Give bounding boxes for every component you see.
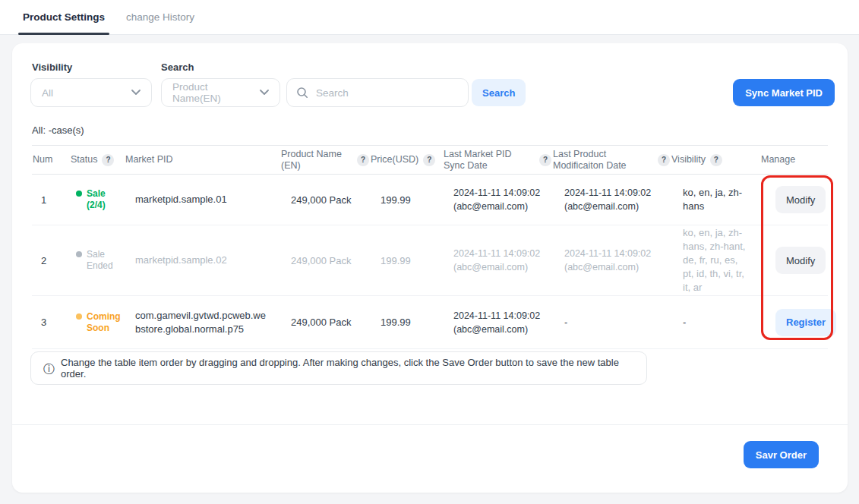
market-pid-cell: marketpid.sample.01 bbox=[125, 175, 280, 225]
visibility-cell: ko, en, ja, zh-hans bbox=[671, 175, 760, 225]
visibility-filter-label: Visibility bbox=[32, 61, 72, 73]
price-cell: 199.99 bbox=[370, 225, 443, 296]
register-button[interactable]: Register bbox=[775, 309, 836, 336]
column-label: Last Product Modificaiton Date bbox=[553, 149, 653, 172]
column-label: Last Market PID Sync Date bbox=[444, 149, 535, 172]
help-icon[interactable]: ? bbox=[658, 154, 670, 166]
table-row[interactable]: 3Coming Sooncom.gamevil.gvtwd.pcweb.webs… bbox=[32, 296, 828, 349]
search-icon bbox=[296, 87, 308, 99]
column-label: Num bbox=[33, 154, 52, 165]
search-button[interactable]: Search bbox=[472, 79, 526, 106]
chevron-down-icon bbox=[131, 90, 141, 96]
search-type-select-value: Product Name(EN) bbox=[172, 81, 254, 104]
product-table-wrap: NumStatus?Market PIDProduct Name (EN)?Pr… bbox=[32, 145, 828, 349]
product-name-cell: 249,000 Pack bbox=[280, 175, 370, 225]
column-header-visibility: Visibility? bbox=[671, 146, 760, 175]
column-header-last-product-modificaiton-date: Last Product Modificaiton Date? bbox=[552, 146, 671, 175]
market-pid-cell: marketpid.sample.02 bbox=[125, 225, 280, 296]
search-box bbox=[286, 78, 469, 107]
last-modified-date-cell: - bbox=[552, 296, 671, 349]
last-sync-date-cell: 2024-11-11 14:09:02 (abc@email.com) bbox=[443, 296, 552, 349]
visibility-select[interactable]: All bbox=[30, 78, 152, 107]
status-cell: Sale Ended bbox=[70, 225, 125, 296]
price-cell: 199.99 bbox=[370, 175, 443, 225]
result-count-text: All: -case(s) bbox=[32, 124, 84, 136]
column-label: Product Name (EN) bbox=[281, 149, 352, 172]
footer-divider bbox=[12, 424, 848, 425]
column-header-manage: Manage bbox=[760, 146, 828, 175]
manage-cell: Modify bbox=[760, 225, 828, 296]
help-icon[interactable]: ? bbox=[710, 154, 722, 166]
market-pid-cell: com.gamevil.gvtwd.pcweb.webstore.global.… bbox=[125, 296, 280, 349]
search-input[interactable] bbox=[314, 87, 459, 99]
column-header-product-name-en-: Product Name (EN)? bbox=[280, 146, 370, 175]
column-header-market-pid: Market PID bbox=[125, 146, 280, 175]
column-label: Visibility bbox=[671, 154, 706, 165]
column-header-price-usd-: Price(USD)? bbox=[370, 146, 443, 175]
status-dot-icon bbox=[76, 313, 82, 320]
table-row[interactable]: 1Sale (2/4)marketpid.sample.01249,000 Pa… bbox=[32, 175, 828, 225]
last-modified-date-cell: 2024-11-11 14:09:02 (abc@email.com) bbox=[552, 175, 671, 225]
price-cell: 199.99 bbox=[370, 296, 443, 349]
row-number-cell: 1 bbox=[32, 175, 70, 225]
tab-bar: Product Settings change History bbox=[0, 0, 859, 35]
manage-cell: Register bbox=[760, 296, 828, 349]
column-label: Price(USD) bbox=[371, 154, 418, 165]
modify-button[interactable]: Modify bbox=[775, 186, 826, 213]
table-row[interactable]: 2Sale Endedmarketpid.sample.02249,000 Pa… bbox=[32, 225, 828, 296]
help-icon[interactable]: ? bbox=[357, 154, 369, 166]
product-settings-panel: Visibility Search All Product Name(EN) S… bbox=[12, 43, 848, 493]
status-cell: Coming Soon bbox=[70, 296, 125, 349]
drag-drop-notice: ⓘ Change the table item order by draggin… bbox=[30, 351, 647, 385]
row-number-cell: 2 bbox=[32, 225, 70, 296]
column-label: Status bbox=[71, 154, 97, 165]
column-header-last-market-pid-sync-date: Last Market PID Sync Date? bbox=[443, 146, 552, 175]
tab-change-history[interactable]: change History bbox=[125, 0, 196, 34]
status-dot-icon bbox=[76, 191, 82, 197]
product-table: NumStatus?Market PIDProduct Name (EN)?Pr… bbox=[32, 145, 828, 349]
help-icon[interactable]: ? bbox=[102, 154, 114, 166]
info-icon: ⓘ bbox=[43, 363, 55, 374]
search-type-select[interactable]: Product Name(EN) bbox=[161, 78, 280, 107]
status-label: Sale Ended bbox=[87, 249, 122, 272]
help-icon[interactable]: ? bbox=[539, 154, 551, 166]
column-label: Manage bbox=[761, 154, 795, 165]
status-dot-icon bbox=[76, 251, 82, 257]
visibility-cell: ko, en, ja, zh-hans, zh-hant, de, fr, ru… bbox=[671, 225, 760, 296]
save-order-button[interactable]: Savr Order bbox=[744, 441, 819, 468]
product-name-cell: 249,000 Pack bbox=[280, 225, 370, 296]
column-header-num: Num bbox=[32, 146, 70, 175]
tab-product-settings[interactable]: Product Settings bbox=[21, 0, 106, 34]
table-head-row: NumStatus?Market PIDProduct Name (EN)?Pr… bbox=[32, 146, 828, 175]
last-sync-date-cell: 2024-11-11 14:09:02 (abc@email.com) bbox=[443, 225, 552, 296]
search-filter-label: Search bbox=[161, 61, 194, 73]
modify-button[interactable]: Modify bbox=[775, 247, 826, 274]
manage-cell: Modify bbox=[760, 175, 828, 225]
visibility-select-value: All bbox=[42, 87, 53, 99]
column-label: Market PID bbox=[125, 154, 173, 165]
help-icon[interactable]: ? bbox=[423, 154, 435, 166]
visibility-cell: - bbox=[671, 296, 760, 349]
status-label: Coming Soon bbox=[87, 311, 122, 334]
column-header-status: Status? bbox=[70, 146, 125, 175]
last-modified-date-cell: 2024-11-11 14:09:02 (abc@email.com) bbox=[552, 225, 671, 296]
status-cell: Sale (2/4) bbox=[70, 175, 125, 225]
status-label: Sale (2/4) bbox=[87, 188, 106, 211]
row-number-cell: 3 bbox=[32, 296, 70, 349]
last-sync-date-cell: 2024-11-11 14:09:02 (abc@email.com) bbox=[443, 175, 552, 225]
product-name-cell: 249,000 Pack bbox=[280, 296, 370, 349]
drag-drop-notice-text: Change the table item order by dragging … bbox=[61, 357, 634, 380]
chevron-down-icon bbox=[260, 90, 269, 96]
sync-market-pid-button[interactable]: Sync Market PID bbox=[733, 79, 835, 106]
